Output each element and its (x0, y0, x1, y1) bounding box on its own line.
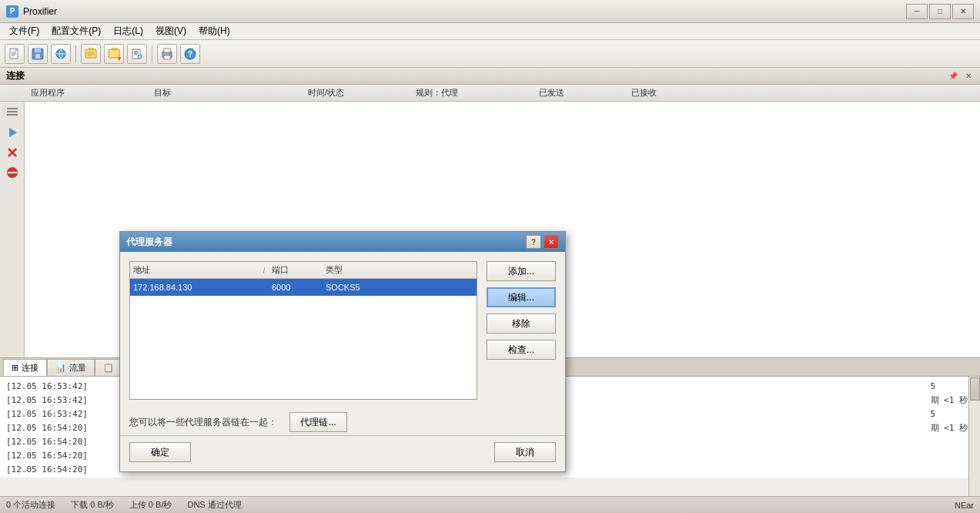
new-button[interactable] (5, 44, 25, 64)
panel-controls: 📌 ✕ (946, 71, 974, 81)
check-proxy-button[interactable]: 检查... (487, 340, 556, 360)
dialog-close-button[interactable]: ✕ (544, 235, 559, 249)
menu-profile[interactable]: 配置文件(P) (45, 23, 107, 39)
proxy-col-port-header: 端口 (272, 264, 326, 276)
tab-extra-icon: 📋 (103, 363, 114, 373)
profile2-button[interactable]: ▼ (104, 44, 124, 64)
menu-help[interactable]: 帮助(H) (192, 23, 236, 39)
proxy-row-0-type: SOCKS5 (326, 283, 387, 292)
profile-button[interactable] (81, 44, 101, 64)
side-icon-stop[interactable] (5, 145, 20, 160)
panel-pin-button[interactable]: 📌 (946, 71, 960, 81)
tab-connections[interactable]: ⊞ 连接 (3, 359, 47, 376)
dialog-content: 地址 / 端口 类型 172.168.84.130 6000 SOCKS5 添加… (120, 252, 565, 409)
help-button[interactable]: ? (180, 44, 200, 64)
svg-rect-6 (35, 49, 41, 52)
tab-traffic-icon: 📊 (55, 363, 66, 373)
svg-rect-7 (35, 54, 40, 59)
table-header: 应用程序 目标 时间/状态 规则：代理 已发送 已接收 (0, 85, 980, 102)
save-button[interactable] (28, 44, 48, 64)
log-scrollbar[interactable] (968, 377, 980, 496)
print-button[interactable] (157, 44, 177, 64)
svg-rect-10 (85, 49, 96, 58)
tab-connections-label: 连接 (22, 362, 38, 374)
menu-bar: 文件(F) 配置文件(P) 日志(L) 视图(V) 帮助(H) (0, 23, 980, 40)
col-header-recv: 已接收 (631, 87, 724, 99)
side-icon-block[interactable] (5, 165, 20, 180)
side-icon-list[interactable] (5, 105, 20, 120)
side-icons-panel (0, 102, 25, 357)
col-header-sent: 已发送 (539, 87, 631, 99)
dialog-cancel-button[interactable]: 取消 (494, 442, 556, 462)
svg-rect-16 (112, 48, 116, 50)
svg-rect-30 (7, 108, 18, 109)
side-icon-play[interactable] (5, 125, 20, 140)
status-bar: 0 个活动连接 下载 0 B/秒 上传 0 B/秒 DNS 通过代理 NEar (0, 496, 980, 513)
proxy-server-dialog: 代理服务器 ? ✕ 地址 / 端口 类型 172.168.84.130 6000… (119, 231, 566, 472)
dialog-title-bar: 代理服务器 ? ✕ (120, 232, 565, 252)
tab-connections-icon: ⊞ (12, 363, 18, 373)
dialog-ok-button[interactable]: 确定 (129, 442, 191, 462)
proxy-chain-section: 您可以将一些代理服务器链在一起： 代理链... (120, 409, 565, 435)
add-proxy-button[interactable]: 添加... (487, 261, 556, 281)
dialog-footer: 确定 取消 (120, 435, 565, 471)
svg-rect-32 (7, 114, 18, 116)
svg-rect-31 (7, 111, 18, 112)
proxy-row-0-addr: 172.168.84.130 (133, 283, 256, 292)
tab-traffic-label: 流量 (69, 362, 86, 374)
proxy-col-type-header: 类型 (326, 264, 387, 276)
scroll-thumb[interactable] (970, 377, 980, 401)
toolbar-separator-2 (152, 45, 152, 62)
col-header-rule: 规则：代理 (416, 87, 539, 99)
remove-proxy-button[interactable]: 移除 (487, 314, 556, 334)
dialog-title-controls: ? ✕ (526, 235, 559, 249)
col-header-target: 目标 (154, 87, 308, 99)
proxy-chain-text: 您可以将一些代理服务器链在一起： (129, 416, 277, 429)
menu-file[interactable]: 文件(F) (3, 23, 45, 39)
app-icon: P (6, 5, 18, 18)
status-near: NEar (955, 501, 974, 510)
connections-title: 连接 (6, 69, 25, 82)
app-title: Proxifier (23, 6, 57, 17)
col-header-app: 应用程序 (31, 87, 154, 99)
connections-panel-header: 连接 📌 ✕ (0, 68, 980, 85)
connect-button[interactable] (51, 44, 71, 64)
status-dns: DNS 通过代理 (187, 499, 241, 511)
svg-rect-27 (169, 53, 171, 55)
status-connections: 0 个活动连接 (6, 499, 55, 511)
svg-rect-25 (164, 49, 170, 52)
title-bar-controls: ─ □ ✕ (906, 4, 974, 19)
dialog-title: 代理服务器 (126, 236, 172, 249)
maximize-button[interactable]: □ (929, 4, 951, 19)
menu-log[interactable]: 日志(L) (107, 23, 149, 39)
tab-extra[interactable]: 📋 (95, 359, 122, 376)
log-right: 5 期 <1 秒 5 期 <1 秒 (931, 380, 968, 435)
proxy-row-0-port: 6000 (272, 283, 326, 292)
minimize-button[interactable]: ─ (906, 4, 928, 19)
tab-traffic[interactable]: 📊 流量 (47, 359, 95, 376)
dialog-right-panel: 添加... 编辑... 移除 检查... (487, 261, 556, 400)
dialog-help-button[interactable]: ? (526, 235, 541, 249)
panel-close-button[interactable]: ✕ (963, 71, 974, 81)
title-bar-left: P Proxifier (6, 5, 57, 18)
svg-text:?: ? (188, 50, 192, 59)
menu-view[interactable]: 视图(V) (149, 23, 192, 39)
status-download: 下载 0 B/秒 (71, 499, 114, 511)
toolbar: ▼ ? (0, 40, 980, 68)
status-upload: 上传 0 B/秒 (129, 499, 172, 511)
proxy-col-sep-header: / (256, 266, 272, 275)
export-button[interactable] (127, 44, 147, 64)
svg-rect-11 (89, 48, 93, 50)
svg-marker-33 (9, 128, 17, 137)
title-bar: P Proxifier ─ □ ✕ (0, 0, 980, 23)
col-header-time: 时间/状态 (308, 87, 416, 99)
proxy-col-addr-header: 地址 (133, 264, 256, 276)
proxy-chain-button[interactable]: 代理链... (289, 412, 347, 432)
dialog-left-panel: 地址 / 端口 类型 172.168.84.130 6000 SOCKS5 (129, 261, 477, 400)
proxy-table: 地址 / 端口 类型 172.168.84.130 6000 SOCKS5 (129, 261, 477, 400)
proxy-table-header: 地址 / 端口 类型 (130, 262, 477, 279)
edit-proxy-button[interactable]: 编辑... (487, 287, 556, 307)
close-button[interactable]: ✕ (952, 4, 974, 19)
toolbar-separator-1 (75, 45, 76, 62)
proxy-row-0[interactable]: 172.168.84.130 6000 SOCKS5 (130, 279, 477, 296)
